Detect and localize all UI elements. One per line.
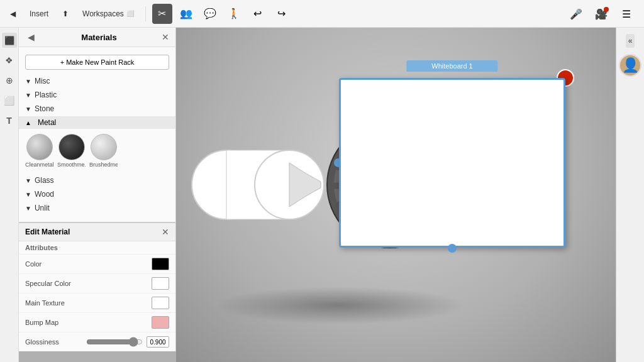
chat-icon: 💬 bbox=[204, 8, 216, 19]
group-tool-button[interactable]: ❖ bbox=[2, 53, 17, 68]
specular-color-swatch[interactable] bbox=[152, 277, 169, 290]
swatch-cleanmetal[interactable]: Cleanmetal bbox=[25, 134, 53, 168]
whiteboard-bottom-handle[interactable] bbox=[448, 244, 457, 253]
swatch-brushedmetal-label: Brushedme... bbox=[89, 162, 118, 168]
whiteboard-tab: Whiteboard 1 bbox=[406, 60, 497, 72]
swatch-cleanmetal-label: Cleanmetal bbox=[25, 162, 53, 168]
insert-button[interactable]: Insert bbox=[25, 7, 53, 21]
material-group-stone-header[interactable]: ▼ Stone bbox=[19, 102, 175, 115]
sphere-tool-icon: ⊕ bbox=[6, 75, 13, 85]
user-avatar[interactable]: 👤 bbox=[619, 54, 641, 77]
upload-icon: ⬆ bbox=[62, 9, 69, 18]
edit-material-panel: Edit Material ✕ Attributes Color Specula… bbox=[19, 222, 176, 351]
workspaces-button[interactable]: Workspaces ⬜ bbox=[77, 7, 139, 21]
materials-body: + Make New Paint Rack ▼ Misc ▼ Plastic ▼… bbox=[19, 47, 175, 222]
bump-map-row: Bump Map bbox=[19, 313, 175, 332]
material-group-metal-header[interactable]: ▲ Metal bbox=[19, 116, 175, 129]
material-group-wood-header[interactable]: ▼ Wood bbox=[19, 188, 175, 200]
metal-arrow: ▲ bbox=[25, 119, 31, 126]
tool-wrench-button[interactable]: ✂ bbox=[152, 4, 172, 24]
wood-arrow: ▼ bbox=[25, 191, 31, 198]
swatch-smoothmetal-label: Smoothme... bbox=[57, 162, 86, 168]
glossiness-slider[interactable] bbox=[86, 337, 143, 347]
avatar-image: 👤 bbox=[622, 57, 639, 74]
glossiness-value-input[interactable] bbox=[147, 336, 169, 348]
right-panel: « 👤 bbox=[616, 28, 644, 362]
glass-label: Glass bbox=[35, 176, 54, 185]
specular-color-label: Specular Color bbox=[25, 280, 71, 287]
paint-tool-icon: ⬜ bbox=[4, 96, 14, 106]
materials-panel: ◀ Materials ✕ + Make New Paint Rack ▼ Mi… bbox=[19, 28, 176, 222]
mic-icon: 🎤 bbox=[570, 8, 582, 20]
color-swatch[interactable] bbox=[152, 258, 169, 270]
unlit-label: Unlit bbox=[35, 204, 50, 212]
edit-material-title: Edit Material bbox=[25, 228, 70, 236]
unlit-arrow: ▼ bbox=[25, 205, 31, 212]
swatch-brushedmetal[interactable]: Brushedme... bbox=[89, 134, 118, 168]
top-toolbar: ◀ Insert ⬆ Workspaces ⬜ ✂ 👥 💬 🚶 ↩ ↪ bbox=[0, 0, 644, 28]
tool-walk-button[interactable]: 🚶 bbox=[224, 4, 244, 24]
material-group-glass: ▼ Glass bbox=[19, 174, 175, 187]
materials-header: ◀ Materials ✕ bbox=[19, 28, 175, 47]
3d-viewport[interactable]: Whiteboard 1 bbox=[176, 28, 616, 362]
tool-chat-button[interactable]: 💬 bbox=[200, 4, 220, 24]
material-group-unlit: ▼ Unlit bbox=[19, 202, 175, 214]
workspaces-icon: ⬜ bbox=[126, 10, 134, 17]
select-tool-icon: ⬛ bbox=[4, 36, 14, 45]
swatch-smoothmetal[interactable]: Smoothme... bbox=[57, 134, 86, 168]
material-group-glass-header[interactable]: ▼ Glass bbox=[19, 174, 175, 187]
swatch-brushedmetal-circle bbox=[91, 134, 117, 160]
material-group-unlit-header[interactable]: ▼ Unlit bbox=[19, 202, 175, 214]
wrench-icon: ✂ bbox=[158, 8, 166, 19]
undo-icon: ↩ bbox=[253, 8, 262, 19]
select-tool-button[interactable]: ⬛ bbox=[2, 33, 17, 48]
materials-collapse-button[interactable]: ◀ bbox=[25, 31, 36, 43]
wood-label: Wood bbox=[35, 190, 54, 199]
redo-icon: ↪ bbox=[277, 8, 286, 19]
material-group-stone: ▼ Stone bbox=[19, 102, 175, 115]
swatch-cleanmetal-circle bbox=[26, 134, 53, 160]
paint-tool-button[interactable]: ⬜ bbox=[2, 93, 17, 108]
color-label: Color bbox=[25, 260, 42, 268]
upload-button[interactable]: ⬆ bbox=[57, 7, 74, 21]
material-group-metal: ▲ Metal Cleanmetal Smoothme... B bbox=[19, 116, 175, 173]
glass-arrow: ▼ bbox=[25, 177, 31, 184]
bump-map-swatch[interactable] bbox=[152, 316, 169, 329]
ground-shadow bbox=[214, 287, 465, 324]
stone-label: Stone bbox=[35, 104, 54, 113]
right-toolbar: 🎤 🎥 ☰ bbox=[558, 0, 644, 28]
workspaces-label: Workspaces bbox=[82, 9, 124, 18]
material-group-misc-header[interactable]: ▼ Misc bbox=[19, 75, 175, 87]
menu-button[interactable]: ☰ bbox=[616, 4, 636, 24]
tool-people-button[interactable]: 👥 bbox=[176, 4, 196, 24]
attributes-section: Attributes bbox=[19, 241, 175, 255]
specular-color-row: Specular Color bbox=[19, 274, 175, 293]
material-group-plastic-header[interactable]: ▼ Plastic bbox=[19, 89, 175, 101]
text-tool-button[interactable]: T bbox=[2, 113, 17, 128]
walk-icon: 🚶 bbox=[228, 8, 240, 19]
camera-button[interactable]: 🎥 bbox=[591, 4, 611, 24]
whiteboard-surface[interactable] bbox=[339, 78, 565, 248]
undo-button[interactable]: ↩ bbox=[248, 4, 268, 24]
group-tool-icon: ❖ bbox=[5, 55, 13, 65]
main-texture-row: Main Texture bbox=[19, 293, 175, 313]
misc-label: Misc bbox=[35, 77, 50, 85]
metal-label: Metal bbox=[38, 118, 56, 127]
camera-icon: 🎥 bbox=[595, 8, 608, 20]
materials-close-button[interactable]: ✕ bbox=[162, 32, 169, 42]
sphere-tool-button[interactable]: ⊕ bbox=[2, 73, 17, 88]
misc-arrow: ▼ bbox=[25, 78, 31, 85]
whiteboard[interactable]: Whiteboard 1 bbox=[339, 78, 565, 248]
edit-material-close-button[interactable]: ✕ bbox=[162, 227, 169, 237]
back-button[interactable]: ◀ bbox=[5, 7, 21, 21]
mic-button[interactable]: 🎤 bbox=[566, 4, 586, 24]
redo-button[interactable]: ↪ bbox=[272, 4, 292, 24]
new-paint-rack-button[interactable]: + Make New Paint Rack bbox=[25, 55, 169, 70]
right-panel-collapse-button[interactable]: « bbox=[626, 34, 635, 48]
people-icon: 👥 bbox=[180, 8, 192, 19]
main-texture-label: Main Texture bbox=[25, 299, 65, 307]
toolbar-divider-1 bbox=[145, 6, 146, 21]
main-texture-swatch[interactable] bbox=[152, 297, 169, 309]
metal-swatches: Cleanmetal Smoothme... Brushedme... bbox=[19, 129, 175, 173]
material-group-plastic: ▼ Plastic bbox=[19, 89, 175, 101]
